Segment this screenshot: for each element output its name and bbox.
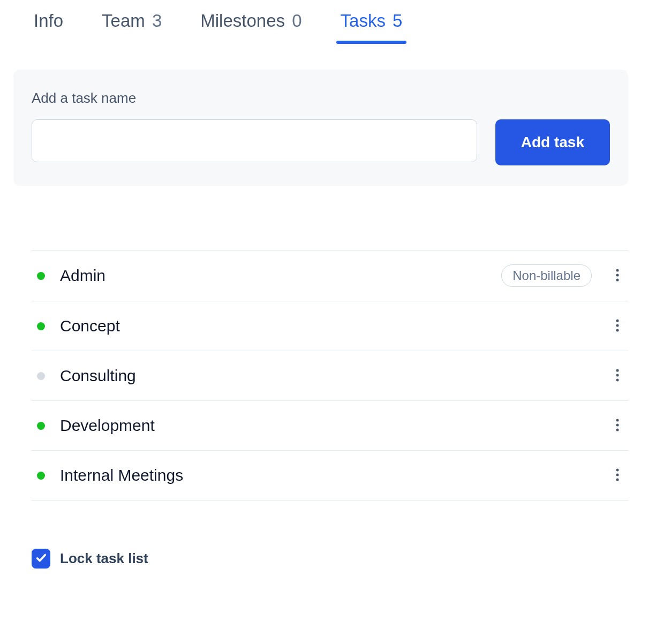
tab-label: Info	[34, 11, 63, 31]
svg-point-12	[616, 468, 619, 471]
svg-point-0	[616, 269, 619, 271]
svg-point-13	[616, 473, 619, 476]
more-vertical-icon	[616, 468, 619, 483]
svg-point-7	[616, 374, 619, 376]
lock-task-list-checkbox[interactable]	[32, 549, 50, 569]
svg-point-3	[616, 319, 619, 322]
task-more-button[interactable]	[607, 415, 628, 436]
task-row[interactable]: Development	[32, 401, 628, 451]
svg-point-14	[616, 478, 619, 481]
task-more-button[interactable]	[607, 465, 628, 486]
status-dot-icon	[37, 472, 45, 480]
svg-point-1	[616, 274, 619, 276]
task-more-button[interactable]	[607, 265, 628, 286]
tab-count: 0	[292, 11, 301, 31]
tab-tasks[interactable]: Tasks 5	[341, 11, 403, 44]
tab-count: 5	[393, 11, 402, 31]
svg-point-10	[616, 423, 619, 426]
task-name-input[interactable]	[32, 119, 477, 162]
status-dot-icon	[37, 372, 45, 380]
more-vertical-icon	[616, 369, 619, 383]
svg-point-11	[616, 428, 619, 431]
lock-task-list-row: Lock task list	[32, 549, 628, 569]
tab-team[interactable]: Team 3	[102, 11, 162, 44]
billable-badge: Non-billable	[501, 264, 592, 287]
add-task-row: Add task	[32, 119, 610, 165]
status-dot-icon	[37, 272, 45, 280]
add-task-label: Add a task name	[32, 90, 610, 107]
tab-label: Milestones	[200, 11, 285, 31]
svg-point-4	[616, 324, 619, 327]
task-row[interactable]: Consulting	[32, 351, 628, 401]
svg-point-5	[616, 329, 619, 331]
add-task-button[interactable]: Add task	[495, 119, 610, 165]
tab-label: Tasks	[341, 11, 386, 31]
more-vertical-icon	[616, 319, 619, 334]
status-dot-icon	[37, 422, 45, 430]
task-row[interactable]: Admin Non-billable	[32, 251, 628, 301]
svg-point-6	[616, 369, 619, 372]
tabs-nav: Info Team 3 Milestones 0 Tasks 5	[13, 11, 628, 44]
more-vertical-icon	[616, 269, 619, 283]
check-icon	[35, 552, 47, 566]
task-row[interactable]: Internal Meetings	[32, 451, 628, 501]
tab-milestones[interactable]: Milestones 0	[200, 11, 301, 44]
svg-point-9	[616, 419, 619, 421]
task-list: Admin Non-billable Concept Consulting De…	[32, 250, 628, 501]
more-vertical-icon	[616, 419, 619, 433]
tab-info[interactable]: Info	[34, 11, 63, 44]
task-name: Internal Meetings	[60, 466, 592, 484]
task-name: Admin	[60, 267, 486, 285]
task-more-button[interactable]	[607, 365, 628, 387]
add-task-panel: Add a task name Add task	[13, 70, 628, 186]
lock-task-list-label: Lock task list	[60, 550, 148, 567]
tab-count: 3	[152, 11, 162, 31]
svg-point-2	[616, 278, 619, 281]
svg-point-8	[616, 378, 619, 381]
task-row[interactable]: Concept	[32, 301, 628, 351]
task-name: Development	[60, 416, 592, 435]
tab-label: Team	[102, 11, 145, 31]
task-name: Concept	[60, 317, 592, 335]
task-name: Consulting	[60, 367, 592, 385]
status-dot-icon	[37, 322, 45, 330]
task-more-button[interactable]	[607, 315, 628, 337]
